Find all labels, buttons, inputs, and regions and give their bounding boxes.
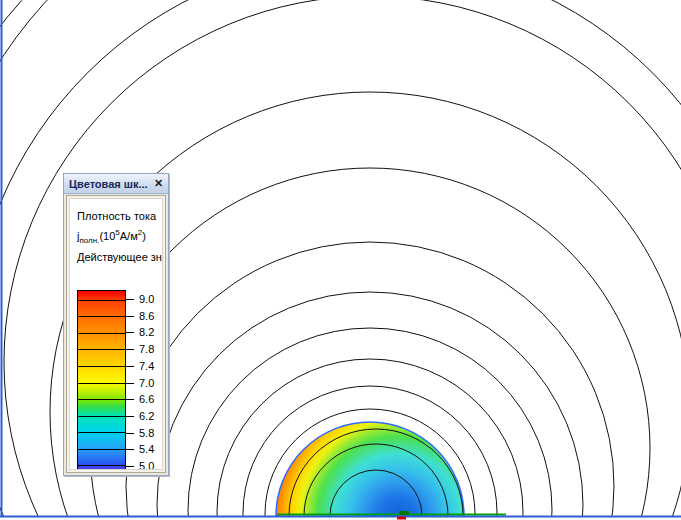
legend-value-type-label: Действующее зн [77, 251, 162, 263]
marker-green [399, 511, 409, 515]
tick-label: 8.2 [139, 327, 154, 338]
tick-mark [125, 332, 134, 333]
tick-mark [125, 416, 134, 417]
color-band-separator [78, 349, 125, 350]
tick-label: 7.8 [139, 344, 154, 355]
tick-mark [125, 399, 134, 400]
color-band-separator [78, 366, 125, 367]
color-band-separator [78, 333, 125, 334]
color-band-separator [78, 432, 125, 433]
tick-mark [125, 349, 134, 350]
tick-label: 6.2 [139, 411, 154, 422]
ground-highlight-line [277, 514, 506, 516]
tick-mark [125, 316, 134, 317]
color-scale-titlebar[interactable]: Цветовая шк... ✕ [64, 174, 168, 194]
tick-mark [125, 449, 134, 450]
color-band-separator [78, 383, 125, 384]
tick-label: 5.8 [139, 428, 154, 439]
color-band-separator [78, 416, 125, 417]
tick-label: 9.0 [139, 294, 154, 305]
color-scale-bar [77, 290, 126, 470]
field-plot-view: Цветовая шк... ✕ Плотность тока jполн.(1… [0, 0, 681, 520]
left-boundary-line [1, 0, 3, 517]
window-title: Цветовая шк... [64, 178, 151, 190]
color-band-separator [78, 465, 125, 466]
color-scale-panel: Плотность тока jполн.(105А/м2) Действующ… [66, 195, 166, 473]
tick-label: 5.0 [139, 461, 154, 470]
legend-units-label: jполн.(105А/м2) [77, 228, 146, 245]
color-band-separator [78, 300, 125, 301]
color-band-separator [78, 399, 125, 400]
tick-label: 5.4 [139, 444, 154, 455]
color-scale-panel-inner: Плотность тока jполн.(105А/м2) Действующ… [69, 198, 163, 470]
legend-quantity-label: Плотность тока [77, 210, 156, 222]
color-scale-window[interactable]: Цветовая шк... ✕ Плотность тока jполн.(1… [63, 173, 169, 476]
tick-mark [125, 433, 134, 434]
bottom-boundary-line [0, 516, 681, 518]
color-band-separator [78, 449, 125, 450]
color-band-separator [78, 316, 125, 317]
tick-label: 7.0 [139, 378, 154, 389]
marker-red [397, 517, 406, 520]
close-icon[interactable]: ✕ [151, 176, 166, 191]
tick-label: 8.6 [139, 311, 154, 322]
conductor-cross-section [276, 422, 464, 520]
tick-mark [125, 366, 134, 367]
tick-label: 7.4 [139, 361, 154, 372]
tick-label: 6.6 [139, 394, 154, 405]
tick-mark [125, 466, 134, 467]
tick-mark [125, 383, 134, 384]
tick-mark [125, 299, 134, 300]
